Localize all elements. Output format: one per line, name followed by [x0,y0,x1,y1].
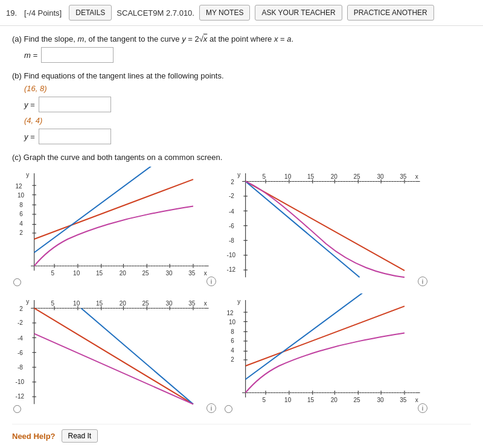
graph-3-info[interactable]: i [206,403,216,413]
part-b-label: (b) [12,71,22,80]
svg-text:15: 15 [96,300,103,307]
svg-text:y: y [26,171,29,178]
svg-line-135 [246,306,405,366]
svg-text:30: 30 [165,270,173,277]
svg-text:-4: -4 [229,208,234,215]
svg-text:10: 10 [73,270,80,277]
graph-4-svg: 12 10 8 6 4 2 5 [223,293,429,414]
svg-line-31 [34,179,193,239]
part-b: (b) Find equations of the tangent lines … [12,71,471,144]
y2-label: y = [24,132,35,141]
points-label: [-/4 Points] [24,8,62,18]
svg-line-66 [246,181,405,270]
y1-input[interactable] [39,97,111,112]
m-label: m = [24,51,37,60]
svg-text:12: 12 [16,183,23,190]
svg-text:10: 10 [284,397,292,403]
svg-text:35: 35 [188,270,196,277]
part-c-label: (c) [12,153,21,162]
svg-line-103 [34,334,193,405]
graph-2: 2 -2 -4 -6 -8 -10 -12 5 [223,167,429,287]
svg-text:x: x [415,173,418,180]
svg-text:20: 20 [331,173,338,180]
svg-text:y: y [237,171,240,178]
graph-1: 12 10 8 6 4 2 5 [12,167,217,287]
svg-text:30: 30 [377,173,384,180]
graph-1-radio[interactable] [13,278,21,286]
svg-text:-10: -10 [16,379,25,385]
svg-text:20: 20 [331,397,338,403]
my-notes-button[interactable]: MY NOTES [199,5,250,21]
svg-text:y: y [26,298,29,305]
svg-text:5: 5 [262,397,266,403]
svg-text:2: 2 [19,229,23,236]
svg-text:10: 10 [73,300,80,307]
svg-text:4: 4 [231,347,234,354]
svg-text:-8: -8 [229,237,234,244]
need-help-label: Need Help? [12,432,56,441]
svg-text:25: 25 [354,173,361,180]
svg-line-101 [34,308,193,404]
graph-4: 12 10 8 6 4 2 5 [223,293,429,414]
part-a-label: (a) [12,34,22,43]
graph-1-info[interactable]: i [206,277,216,286]
part-b-description: (b) Find equations of the tangent lines … [12,71,471,80]
details-button[interactable]: DETAILS [69,5,112,21]
svg-text:25: 25 [142,270,150,277]
problem-header: 19. [-/4 Points] DETAILS SCALCET9M 2.7.0… [0,0,483,26]
svg-text:15: 15 [96,270,103,277]
svg-text:20: 20 [120,270,127,277]
y2-input[interactable] [39,129,111,144]
svg-text:5: 5 [51,270,54,277]
need-help-section: Need Help? Read It [12,424,471,443]
graph-1-svg: 12 10 8 6 4 2 5 [12,167,217,287]
svg-text:-12: -12 [16,393,25,400]
svg-text:-4: -4 [18,335,23,342]
point1-input-row: y = [24,97,471,112]
svg-text:2: 2 [19,306,23,312]
part-a: (a) Find the slope, m, of the tangent to… [12,34,471,63]
point2-input-row: y = [24,129,471,144]
graph-2-svg: 2 -2 -4 -6 -8 -10 -12 5 [223,167,429,287]
svg-text:12: 12 [227,310,234,316]
problem-content: (a) Find the slope, m, of the tangent to… [0,26,483,448]
svg-text:30: 30 [165,300,173,307]
svg-text:-2: -2 [18,319,23,326]
practice-another-button[interactable]: PRACTICE ANOTHER [347,5,434,21]
point2-label: (4, 4) [24,116,471,125]
problem-number: 19. [6,8,17,18]
svg-text:x: x [415,397,418,403]
svg-text:30: 30 [377,397,384,403]
svg-line-102 [81,308,193,404]
graph-4-radio[interactable] [225,405,232,413]
svg-text:8: 8 [19,202,23,208]
svg-text:25: 25 [142,300,150,307]
graph-3-radio[interactable] [13,405,21,413]
svg-text:-6: -6 [18,350,23,356]
m-input[interactable] [41,47,114,63]
svg-text:35: 35 [400,173,407,180]
ask-teacher-button[interactable]: ASK YOUR TEACHER [255,5,342,21]
svg-text:4: 4 [19,220,23,227]
svg-text:15: 15 [307,397,315,403]
svg-text:10: 10 [18,192,25,199]
svg-text:-2: -2 [229,193,234,199]
part-c-description: (c) Graph the curve and both tangents on… [12,153,471,162]
graph-4-info[interactable]: i [418,403,427,413]
svg-text:-8: -8 [18,364,23,371]
svg-text:20: 20 [120,300,127,307]
y1-label: y = [24,100,35,109]
svg-text:-6: -6 [229,223,234,229]
svg-text:35: 35 [400,397,407,403]
graph-2-info[interactable]: i [418,277,427,286]
read-it-button[interactable]: Read It [62,429,98,443]
svg-line-67 [246,181,360,277]
svg-text:2: 2 [231,179,234,185]
svg-text:8: 8 [231,328,234,335]
svg-text:5: 5 [262,173,266,180]
svg-text:6: 6 [19,211,23,217]
svg-text:35: 35 [188,300,196,307]
point1-label: (16, 8) [24,84,471,93]
part-c: (c) Graph the curve and both tangents on… [12,153,471,414]
svg-text:10: 10 [229,319,236,325]
